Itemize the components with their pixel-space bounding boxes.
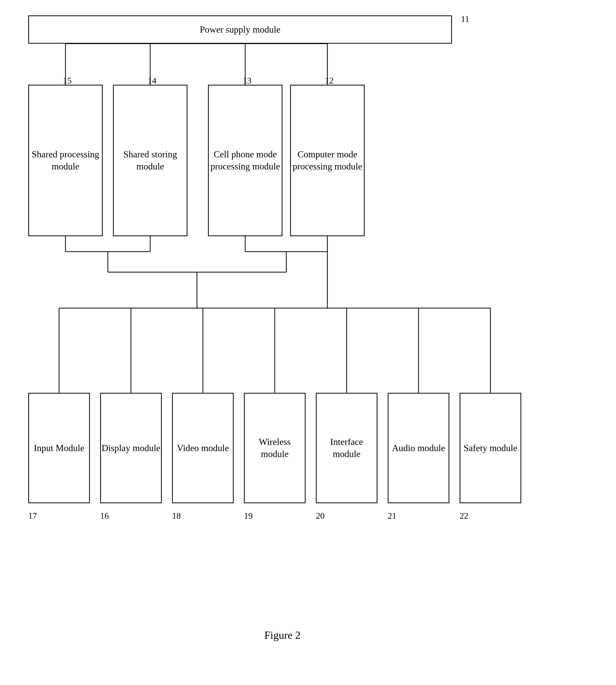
wireless-module: Wireless module (244, 393, 306, 503)
tag-16: 16 (100, 511, 109, 521)
tag-20: 20 (316, 511, 325, 521)
tag-18: 18 (172, 511, 181, 521)
shared-storing-module: Shared storing module (113, 85, 188, 236)
figure-label: Figure 2 (231, 629, 334, 641)
interface-module: Interface module (316, 393, 377, 503)
tag-11: 11 (461, 14, 469, 24)
tag-12: 12 (325, 76, 333, 86)
power-supply-module: Power supply module (28, 16, 452, 44)
tag-19: 19 (244, 511, 253, 521)
audio-module: Audio module (388, 393, 449, 503)
safety-module: Safety module (460, 393, 521, 503)
display-module: Display module (100, 393, 162, 503)
tag-17: 17 (28, 511, 37, 521)
video-module: Video module (172, 393, 234, 503)
tag-22: 22 (460, 511, 468, 521)
input-module: Input Module (28, 393, 90, 503)
tag-14: 14 (148, 76, 156, 86)
tag-13: 13 (243, 76, 251, 86)
cell-phone-mode-processing-module: Cell phone mode processing module (208, 85, 283, 236)
tag-21: 21 (388, 511, 396, 521)
shared-processing-module: Shared processing module (28, 85, 103, 236)
computer-mode-processing-module: Computer mode processing module (290, 85, 365, 236)
tag-15: 15 (63, 76, 72, 86)
